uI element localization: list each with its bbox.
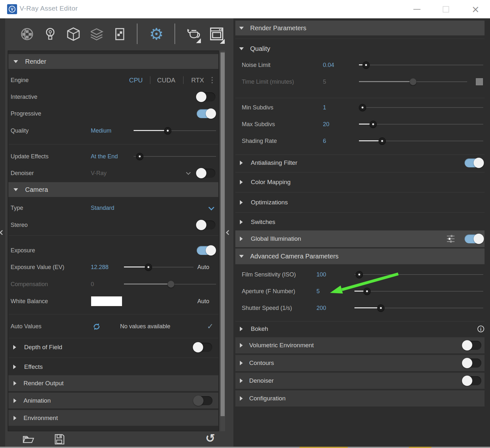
max-subdivs-value[interactable]: 20 <box>323 121 329 128</box>
engine-option-cuda[interactable]: CUDA <box>157 77 175 84</box>
materials-icon[interactable] <box>18 24 36 44</box>
time-limit-slider[interactable] <box>359 75 467 88</box>
configuration-row[interactable]: Configuration <box>235 390 485 406</box>
white-balance-swatch[interactable] <box>91 296 122 306</box>
open-folder-icon[interactable] <box>22 434 34 444</box>
quality-value[interactable]: Medium <box>91 127 111 134</box>
quality-slider[interactable] <box>134 124 216 137</box>
exposure-row: Exposure <box>8 244 219 257</box>
shading-rate-slider[interactable] <box>359 135 483 147</box>
info-icon[interactable]: i <box>477 326 484 332</box>
collapse-left-chevron-icon[interactable] <box>0 230 5 235</box>
maximize-button[interactable] <box>436 0 456 18</box>
noise-limit-label: Noise Limit <box>242 62 270 69</box>
save-icon[interactable] <box>54 434 65 445</box>
update-effects-slider[interactable] <box>134 150 216 163</box>
progressive-toggle[interactable] <box>197 109 215 118</box>
section-render-parameters[interactable]: Render Parameters <box>235 21 485 35</box>
desktop-smudge <box>299 447 348 448</box>
depth-of-field-toggle[interactable] <box>193 343 212 352</box>
camera-type-value[interactable]: Standard <box>91 205 114 211</box>
interactive-toggle[interactable] <box>197 92 215 101</box>
render-icon[interactable] <box>184 24 203 44</box>
environment-row[interactable]: Environment <box>8 410 218 426</box>
exposure-toggle[interactable] <box>197 246 215 255</box>
animation-row[interactable]: Animation <box>8 393 218 408</box>
depth-of-field-row[interactable]: Depth of Field <box>8 341 219 354</box>
denoiser-toggle[interactable] <box>197 169 215 178</box>
geometry-icon[interactable] <box>64 24 82 44</box>
divider <box>235 192 485 192</box>
shutter-speed-value[interactable]: 200 <box>316 305 326 312</box>
time-limit-row: Time Limit (minutes) 5 <box>235 75 485 88</box>
shutter-speed-slider[interactable] <box>354 302 483 314</box>
section-camera[interactable]: Camera <box>8 182 218 197</box>
exposure-value-slider[interactable] <box>124 261 193 274</box>
settings-left-panel: Render Engine CPU CUDA RTX Interactive P… <box>8 51 219 431</box>
lights-icon[interactable] <box>41 24 59 44</box>
min-subdivs-row: Min Subdivs 1 <box>235 101 485 114</box>
max-subdivs-slider[interactable] <box>359 118 483 131</box>
noise-limit-slider[interactable] <box>359 59 483 71</box>
quality-label: Quality <box>11 127 29 134</box>
refresh-icon[interactable] <box>92 322 101 331</box>
undo-icon[interactable]: ↺ <box>205 433 215 444</box>
section-advanced-camera-parameters[interactable]: Advanced Camera Parameters <box>235 248 485 264</box>
denoiser-dropdown-chevron-icon[interactable] <box>186 170 191 175</box>
global-illumination-row[interactable]: Global Illumination <box>235 230 485 247</box>
render-output-row[interactable]: Render Output <box>8 375 218 391</box>
render-elements-icon[interactable] <box>111 24 129 44</box>
antialiasing-filter-row[interactable]: Antialiasing Filter <box>235 155 485 170</box>
volumetric-environment-toggle[interactable] <box>463 341 481 350</box>
denoiser-section-row[interactable]: Denoiser <box>235 373 485 389</box>
settings-icon[interactable]: ⚙ <box>147 24 165 44</box>
switches-row[interactable]: Switches <box>235 216 485 229</box>
denoiser-section-toggle[interactable] <box>463 376 481 385</box>
white-balance-auto-label[interactable]: Auto <box>197 298 209 305</box>
engine-option-cpu[interactable]: CPU <box>129 77 143 84</box>
denoiser-value[interactable]: V-Ray <box>91 170 107 177</box>
gi-settings-sliders-icon[interactable] <box>446 234 456 243</box>
stereo-toggle[interactable] <box>197 220 215 229</box>
section-render-label: Render <box>25 58 46 65</box>
bokeh-row[interactable]: Bokeh i <box>235 322 485 335</box>
shading-rate-value[interactable]: 6 <box>323 138 326 145</box>
exposure-auto-label[interactable]: Auto <box>197 264 209 271</box>
left-panel-scrollbar-thumb[interactable] <box>221 52 225 416</box>
compensation-slider[interactable] <box>124 278 216 291</box>
minimize-button[interactable] <box>407 0 427 18</box>
divider <box>235 98 485 98</box>
engine-kebab-menu-icon[interactable] <box>212 77 213 83</box>
color-mapping-row[interactable]: Color Mapping <box>235 176 485 189</box>
exposure-value-row: Exposure Value (EV) 12.288 Auto <box>8 261 219 274</box>
update-effects-value[interactable]: At the End <box>91 153 118 160</box>
global-illumination-toggle[interactable] <box>465 234 483 243</box>
noise-limit-value[interactable]: 0.04 <box>323 62 334 69</box>
antialiasing-filter-toggle[interactable] <box>465 158 483 167</box>
optimizations-row[interactable]: Optimizations <box>235 196 485 209</box>
left-panel-scrollbar[interactable] <box>220 51 225 431</box>
compensation-row: Compensation 0 <box>8 278 219 291</box>
contours-toggle[interactable] <box>463 359 481 368</box>
min-subdivs-slider[interactable] <box>359 101 483 114</box>
textures-icon[interactable] <box>88 24 106 44</box>
volumetric-environment-row[interactable]: Volumetric Environment <box>235 337 485 353</box>
film-sensitivity-value[interactable]: 100 <box>316 271 326 278</box>
check-icon[interactable]: ✓ <box>207 322 213 330</box>
frame-buffer-icon[interactable] <box>208 24 226 44</box>
exposure-value[interactable]: 12.288 <box>91 264 108 271</box>
update-effects-row: Update Effects At the End <box>8 150 219 163</box>
film-sensitivity-slider[interactable] <box>354 268 483 281</box>
aperture-slider[interactable] <box>354 285 483 298</box>
animation-toggle[interactable] <box>194 396 212 405</box>
aperture-value[interactable]: 5 <box>316 288 320 295</box>
min-subdivs-value[interactable]: 1 <box>323 104 326 111</box>
contours-row[interactable]: Contours <box>235 355 485 371</box>
effects-row[interactable]: Effects <box>8 360 219 373</box>
section-render[interactable]: Render <box>8 54 218 69</box>
camera-type-chevron-icon[interactable] <box>208 204 214 210</box>
engine-option-rtx[interactable]: RTX <box>191 77 204 84</box>
time-limit-checkbox[interactable] <box>476 78 483 85</box>
quality-section-header[interactable]: Quality <box>235 42 485 55</box>
close-button[interactable]: × <box>466 0 485 18</box>
